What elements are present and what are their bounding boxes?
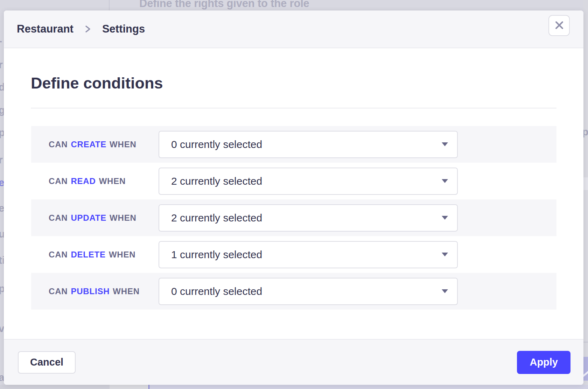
modal-header: Restaurant Settings [4, 10, 583, 48]
select-value: 2 currently selected [171, 212, 442, 224]
background-text-fragment: r [0, 59, 3, 71]
select-value: 2 currently selected [171, 175, 442, 187]
background-segment [0, 385, 110, 389]
close-icon [553, 19, 565, 32]
apply-button[interactable]: Apply [517, 351, 570, 374]
close-button[interactable] [548, 15, 570, 36]
select-value: 0 currently selected [171, 285, 442, 297]
conditions-select-create[interactable]: 0 currently selected [159, 131, 458, 158]
condition-row-update: CANUPDATEWHEN 2 currently selected [31, 199, 556, 236]
background-text-fragment: - [0, 35, 2, 47]
chevron-down-icon [442, 179, 448, 183]
cancel-button[interactable]: Cancel [18, 351, 76, 374]
condition-row-delete: CANDELETEWHEN 1 currently selected [31, 236, 556, 273]
conditions-select-delete[interactable]: 1 currently selected [159, 241, 458, 268]
condition-row-publish: CANPUBLISHWHEN 0 currently selected [31, 273, 556, 310]
chevron-right-icon [84, 23, 92, 35]
background-right-edge: p [583, 0, 588, 389]
page-title: Define conditions [31, 74, 163, 92]
condition-label: CANREADWHEN [31, 176, 159, 186]
condition-label: CANCREATEWHEN [31, 140, 159, 149]
chevron-down-icon [442, 142, 448, 146]
background-cursor-fragment [148, 385, 149, 389]
background-text-fragment: r [0, 154, 3, 166]
conditions-select-read[interactable]: 2 currently selected [159, 168, 458, 195]
chevron-down-icon [442, 216, 448, 220]
background-button-fragment [583, 357, 588, 381]
background-bottom-edge [0, 385, 588, 389]
check-icon [583, 370, 588, 377]
condition-row-create: CANCREATEWHEN 0 currently selected [31, 126, 556, 163]
select-value: 0 currently selected [171, 139, 442, 150]
conditions-select-update[interactable]: 2 currently selected [159, 204, 458, 232]
select-value: 1 currently selected [171, 249, 442, 261]
chevron-down-icon [442, 253, 448, 256]
conditions-list: CANCREATEWHEN 0 currently selected CANRE… [31, 126, 556, 310]
background-panel-fragment [583, 177, 588, 190]
background-segment [110, 385, 148, 389]
conditions-modal: Restaurant Settings Define conditions CA… [4, 10, 583, 385]
breadcrumb-settings: Settings [102, 23, 145, 35]
conditions-select-publish[interactable]: 0 currently selected [159, 278, 458, 305]
background-divider [109, 0, 110, 10]
condition-label: CANDELETEWHEN [31, 250, 159, 260]
modal-footer: Cancel Apply [4, 339, 583, 385]
divider [31, 108, 556, 108]
background-text-fragment: p [583, 126, 588, 138]
background-page-heading: Define the rights given to the role [139, 0, 309, 10]
screen: Define the rights given to the role - r … [0, 0, 588, 389]
chevron-down-icon [442, 289, 448, 293]
condition-label: CANPUBLISHWHEN [31, 287, 159, 296]
breadcrumb-restaurant: Restaurant [17, 23, 74, 35]
background-divider [583, 342, 588, 342]
condition-row-read: CANREADWHEN 2 currently selected [31, 163, 556, 199]
breadcrumb: Restaurant Settings [17, 23, 145, 35]
condition-label: CANUPDATEWHEN [31, 213, 159, 223]
